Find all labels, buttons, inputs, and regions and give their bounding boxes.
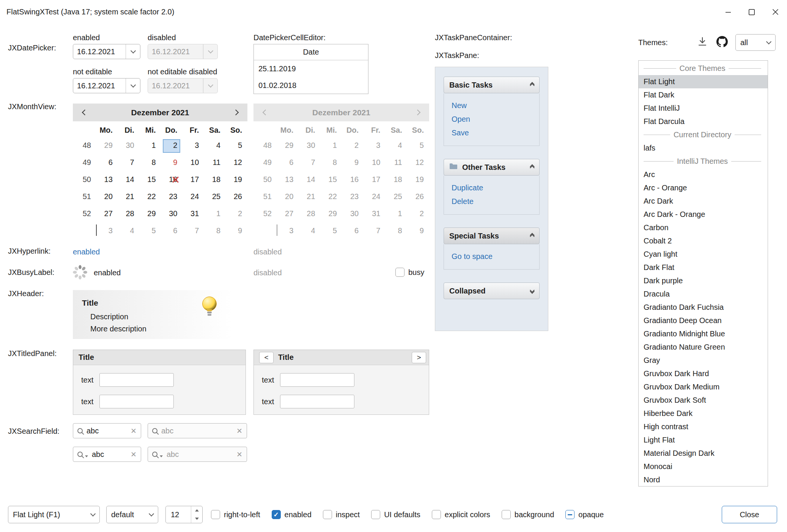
option-checkbox[interactable]: explicit colors — [432, 510, 490, 519]
day-cell[interactable]: 5 — [140, 223, 161, 240]
checkbox-box[interactable] — [211, 510, 220, 519]
search-menu-icon[interactable] — [77, 452, 83, 457]
theme-item[interactable]: Dracula — [639, 287, 768, 301]
theme-item[interactable]: Arc - Orange — [639, 181, 768, 195]
day-cell[interactable]: 30 — [118, 137, 140, 154]
taskpane-header-basic-tasks[interactable]: Basic Tasks — [444, 77, 540, 93]
busy-checkbox[interactable]: busy — [395, 268, 424, 277]
theme-item[interactable]: Arc Dark — [639, 195, 768, 208]
titledpanel-text-input[interactable] — [99, 395, 174, 408]
theme-item[interactable]: Gruvbox Dark Soft — [639, 394, 768, 407]
option-checkbox[interactable]: inspect — [323, 510, 360, 519]
day-cell[interactable]: 27 — [96, 206, 118, 223]
themes-filter-combo[interactable]: all — [735, 34, 776, 51]
theme-item[interactable]: Carbon — [639, 221, 768, 234]
chevron-double-up-icon[interactable] — [530, 234, 534, 238]
day-cell[interactable]: 28 — [118, 206, 140, 223]
task-link[interactable]: Go to space — [452, 250, 535, 263]
theme-item[interactable]: Flat Darcula — [639, 115, 768, 128]
maximize-button[interactable] — [740, 0, 763, 24]
checkbox-box[interactable] — [432, 510, 441, 519]
day-cell[interactable]: 50 — [73, 171, 96, 188]
taskpane-header-other-tasks[interactable]: Other Tasks — [444, 159, 540, 176]
next-month-button[interactable] — [224, 104, 247, 121]
search-field-with-menu[interactable]: abc ✕ — [73, 447, 141, 462]
theme-item[interactable]: Light Flat — [639, 433, 768, 447]
font-size-spinner[interactable]: 12 — [165, 506, 203, 523]
theme-item[interactable]: Gruvbox Dark Hard — [639, 367, 768, 380]
datepicker-dropdown-button[interactable] — [126, 44, 140, 59]
theme-item[interactable]: Cobalt 2 — [639, 234, 768, 248]
laf-combo[interactable]: Flat Light (F1) — [8, 506, 100, 523]
titled-panel-right-button[interactable]: > — [412, 352, 426, 363]
titledpanel-text-input[interactable] — [99, 373, 174, 387]
clear-icon[interactable]: ✕ — [131, 427, 137, 435]
day-cell[interactable]: 31 — [183, 206, 204, 223]
day-cell[interactable]: 4 — [118, 223, 140, 240]
hyperlink-enabled[interactable]: enabled — [73, 248, 100, 256]
day-cell[interactable]: 26 — [226, 188, 247, 206]
day-cell[interactable]: 48 — [73, 137, 96, 154]
option-checkbox[interactable]: right-to-left — [211, 510, 260, 519]
theme-item[interactable]: Gray — [639, 354, 768, 367]
theme-item[interactable]: Core Themes — [639, 62, 768, 75]
day-cell[interactable]: 3 — [96, 223, 118, 240]
day-cell[interactable]: 29 — [140, 206, 161, 223]
search-value[interactable]: abc — [92, 450, 127, 459]
scheme-combo[interactable]: default — [106, 506, 158, 523]
theme-item[interactable]: Gradianto Deep Ocean — [639, 314, 768, 327]
day-cell[interactable]: 14 — [118, 171, 140, 188]
minimize-button[interactable] — [716, 0, 740, 24]
theme-item[interactable]: Material Design Dark — [639, 447, 768, 460]
theme-item[interactable]: Flat IntelliJ — [639, 102, 768, 115]
day-cell[interactable]: 29 — [96, 137, 118, 154]
day-cell[interactable]: 51 — [73, 188, 96, 206]
download-icon[interactable] — [697, 36, 708, 49]
day-cell[interactable]: 9 — [226, 223, 247, 240]
task-link[interactable]: Open — [452, 112, 535, 126]
option-checkbox[interactable]: background — [502, 510, 554, 519]
day-cell[interactable]: 22 — [140, 188, 161, 206]
day-cell[interactable]: 9 — [161, 154, 183, 171]
datepicker-value[interactable]: 16.12.2021 — [73, 44, 126, 59]
option-checkbox[interactable]: UI defaults — [371, 510, 420, 519]
task-link[interactable]: Delete — [452, 195, 535, 208]
day-cell[interactable]: 19 — [226, 171, 247, 188]
day-cell[interactable]: 11 — [204, 154, 226, 171]
day-cell[interactable]: 1 — [204, 206, 226, 223]
day-cell[interactable]: 12 — [226, 154, 247, 171]
day-cell[interactable]: 16 — [161, 171, 183, 188]
close-window-button[interactable] — [763, 0, 787, 24]
day-cell[interactable]: 49 — [73, 154, 96, 171]
day-cell[interactable]: 24 — [183, 188, 204, 206]
table-row[interactable]: 01.02.2018 — [254, 77, 368, 94]
option-checkbox[interactable]: opaque — [565, 510, 604, 519]
theme-item[interactable]: Cyan light — [639, 248, 768, 261]
theme-item[interactable]: IntelliJ Themes — [639, 155, 768, 168]
option-checkbox[interactable]: enabled — [272, 510, 312, 519]
checkbox-box[interactable] — [371, 510, 380, 519]
theme-item[interactable]: Monocai — [639, 460, 768, 473]
checkbox-box[interactable] — [395, 268, 405, 277]
day-cell[interactable]: 10 — [183, 154, 204, 171]
spinner-value[interactable]: 12 — [166, 506, 191, 523]
datepicker-not-editable[interactable]: 16.12.2021 — [73, 78, 140, 93]
chevron-double-up-icon[interactable] — [530, 165, 534, 169]
table-row[interactable]: 25.11.2019 — [254, 60, 368, 77]
spinner-down-button[interactable] — [191, 515, 202, 523]
task-link[interactable]: Save — [452, 126, 535, 140]
checkbox-box[interactable] — [502, 510, 511, 519]
day-cell[interactable]: 3 — [183, 137, 204, 154]
theme-item[interactable]: High contrast — [639, 420, 768, 433]
chevron-double-up-icon[interactable] — [530, 83, 534, 87]
theme-item[interactable]: Hiberbee Dark — [639, 407, 768, 420]
day-cell[interactable]: 2 — [161, 137, 183, 154]
day-cell[interactable]: 23 — [161, 188, 183, 206]
titledpanel-text-input[interactable] — [280, 395, 354, 408]
theme-item[interactable]: Dark Flat — [639, 261, 768, 274]
day-cell[interactable]: 5 — [226, 137, 247, 154]
day-cell[interactable]: 4 — [204, 137, 226, 154]
theme-item[interactable]: Flat Dark — [639, 88, 768, 102]
taskpane-header-special-tasks[interactable]: Special Tasks — [444, 228, 540, 244]
prev-month-button[interactable] — [73, 104, 96, 121]
